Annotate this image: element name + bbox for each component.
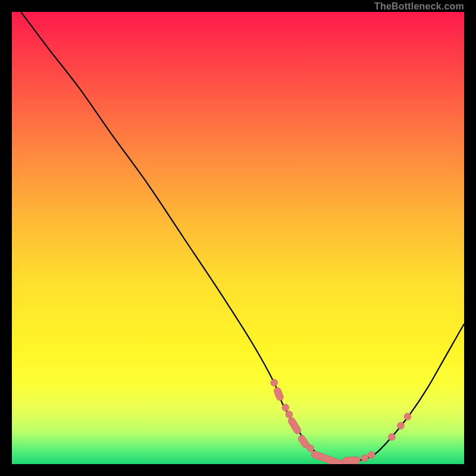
- chart-frame: TheBottleneck.com: [12, 12, 464, 464]
- background-gradient: [12, 12, 464, 464]
- watermark-text: TheBottleneck.com: [374, 1, 464, 12]
- plot-area: [12, 12, 464, 464]
